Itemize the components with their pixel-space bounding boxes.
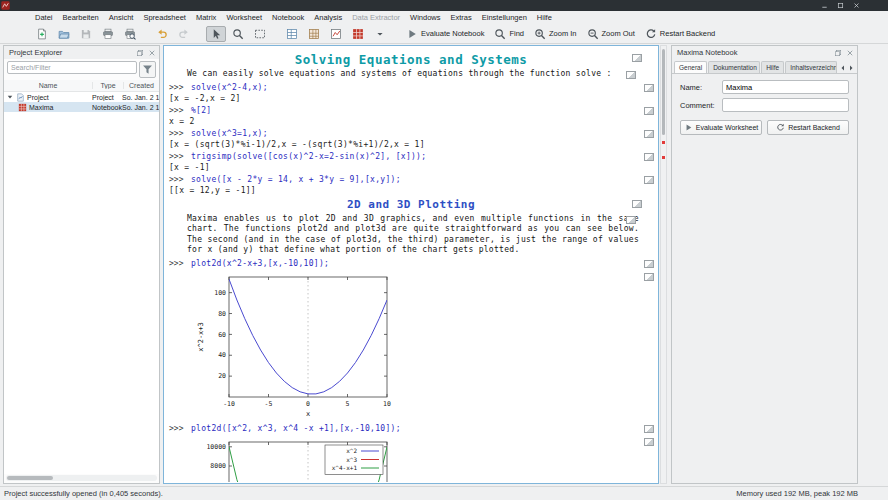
- tree-row-maxima[interactable]: MaximaNotebookSo. Jan. 2 18:: [4, 102, 159, 112]
- zoom-select-mode-button[interactable]: [228, 26, 248, 42]
- save-project-button[interactable]: [76, 26, 96, 42]
- undo-button[interactable]: [152, 26, 172, 42]
- scrollbar-handle[interactable]: [662, 49, 665, 135]
- redo-button[interactable]: [174, 26, 194, 42]
- notebook-worksheet[interactable]: Solving Equations and SystemsWe can easi…: [163, 45, 659, 484]
- menu-notebook[interactable]: Notebook: [267, 13, 309, 22]
- search-icon: [494, 28, 506, 40]
- cell-handle-icon[interactable]: [626, 216, 636, 224]
- window-close-button[interactable]: [853, 2, 860, 9]
- new-matrix-button[interactable]: [304, 26, 324, 42]
- tab-dokumentation[interactable]: Dokumentation: [708, 61, 760, 73]
- new-object-dropdown[interactable]: [370, 26, 390, 42]
- expander-down-icon[interactable]: [6, 93, 14, 101]
- search-input[interactable]: [7, 61, 137, 74]
- close-panel-icon[interactable]: [846, 49, 854, 57]
- cell-code[interactable]: solve([x - 2*y = 14, x + 3*y = 9],[x,y])…: [191, 174, 401, 185]
- tree-row-project[interactable]: ProjectProjectSo. Jan. 2 18:: [4, 92, 159, 102]
- cell-handle-icon[interactable]: [644, 153, 654, 161]
- cell-code[interactable]: solve(x^2-4,x);: [191, 82, 268, 93]
- cell-handle-icon[interactable]: [644, 130, 654, 138]
- project-tree-columns: NameTypeCreated: [4, 80, 159, 92]
- cell-code[interactable]: trigsimp(solve([cos(x)^2-x=2-sin(x)^2], …: [191, 151, 426, 162]
- cell-handle-icon[interactable]: [632, 200, 642, 208]
- cell-prompt: >>>: [169, 174, 191, 185]
- new-worksheet-button[interactable]: [326, 26, 346, 42]
- restart-icon: [776, 123, 785, 132]
- select-mode-button[interactable]: [250, 26, 270, 42]
- properties-buttons: Evaluate Worksheet Restart Backend: [680, 120, 849, 135]
- tree-cell-created: So. Jan. 2 18:: [122, 104, 159, 111]
- cell-handle-icon[interactable]: [626, 71, 636, 79]
- restart-backend-button[interactable]: Restart Backend: [641, 26, 719, 42]
- toolbar-group: [32, 26, 140, 42]
- window-minimize-button[interactable]: [821, 2, 828, 9]
- worksheet-cell-input[interactable]: >>>trigsimp(solve([cos(x)^2-x=2-sin(x)^2…: [169, 151, 657, 162]
- worksheet-cell-plot: -10-505100200040006000800010000xx^2x^3x^…: [195, 436, 657, 483]
- float-panel-icon[interactable]: [834, 49, 842, 57]
- worksheet-cell-input[interactable]: >>>%[2]: [169, 105, 657, 116]
- filter-button[interactable]: [139, 61, 156, 78]
- cell-handle-icon[interactable]: [644, 260, 654, 268]
- svg-text:20: 20: [218, 372, 226, 380]
- new-project-button[interactable]: [32, 26, 52, 42]
- worksheet-cell-input[interactable]: >>>solve(x^2-4,x);: [169, 82, 657, 93]
- tab-scroll-right-button[interactable]: [847, 63, 855, 73]
- menu-worksheet[interactable]: Worksheet: [221, 13, 267, 22]
- cell-code[interactable]: plot2d([x^2, x^3, x^4 -x +1],[x,-10,10])…: [191, 423, 401, 434]
- app-icon: [1, 1, 10, 10]
- tab-scroll-left-button[interactable]: [839, 63, 847, 73]
- menu-ansicht[interactable]: Ansicht: [104, 13, 139, 22]
- cell-handle-icon[interactable]: [644, 107, 654, 115]
- comment-field[interactable]: [722, 98, 849, 112]
- column-header-type[interactable]: Type: [93, 82, 124, 89]
- cell-prompt: >>>: [169, 258, 191, 269]
- evaluate-notebook-button[interactable]: Evaluate Notebook: [402, 26, 488, 42]
- zoom-out-button[interactable]: Zoom Out: [583, 26, 639, 42]
- find-button[interactable]: Find: [490, 26, 528, 42]
- cell-code[interactable]: solve(x^3=1,x);: [191, 128, 268, 139]
- print-preview-button[interactable]: [120, 26, 140, 42]
- float-panel-icon[interactable]: [136, 49, 144, 57]
- worksheet-scrollbar[interactable]: [660, 45, 667, 484]
- cell-handle-icon[interactable]: [644, 273, 654, 281]
- new-spreadsheet-button[interactable]: [282, 26, 302, 42]
- worksheet-cell-input[interactable]: >>>plot2d([x^2, x^3, x^4 -x +1],[x,-10,1…: [169, 423, 657, 434]
- cell-code[interactable]: plot2d(x^2-x+3,[x,-10,10]);: [191, 258, 329, 269]
- new-notebook-button[interactable]: [348, 26, 368, 42]
- print-button[interactable]: [98, 26, 118, 42]
- column-header-created[interactable]: Created: [124, 82, 159, 89]
- name-field[interactable]: [722, 80, 849, 94]
- menu-hilfe[interactable]: Hilfe: [532, 13, 557, 22]
- worksheet-cell-input[interactable]: >>>plot2d(x^2-x+3,[x,-10,10]);: [169, 258, 657, 269]
- navigate-mode-button[interactable]: [206, 26, 226, 42]
- cell-handle-icon[interactable]: [632, 54, 642, 62]
- menu-analysis[interactable]: Analysis: [309, 13, 347, 22]
- cell-handle-icon[interactable]: [644, 84, 654, 92]
- tab-inhaltsverzeichnis[interactable]: Inhaltsverzeichnis: [785, 61, 837, 73]
- menu-spreadsheet[interactable]: Spreadsheet: [138, 13, 191, 22]
- restart-backend-button[interactable]: Restart Backend: [767, 120, 849, 135]
- worksheet-cell-input[interactable]: >>>solve([x - 2*y = 14, x + 3*y = 9],[x,…: [169, 174, 657, 185]
- menu-datei[interactable]: Datei: [30, 13, 58, 22]
- close-panel-icon[interactable]: [148, 49, 156, 57]
- cell-handle-icon[interactable]: [644, 438, 654, 446]
- evaluate-worksheet-button[interactable]: Evaluate Worksheet: [680, 120, 762, 135]
- menu-extras[interactable]: Extras: [446, 13, 477, 22]
- horizontal-scrollbar[interactable]: [6, 475, 157, 481]
- worksheet-cell-input[interactable]: >>>solve(x^3=1,x);: [169, 128, 657, 139]
- menu-matrix[interactable]: Matrix: [191, 13, 221, 22]
- zoom-in-button[interactable]: Zoom In: [530, 26, 581, 42]
- menu-windows[interactable]: Windows: [405, 13, 445, 22]
- scrollbar-handle[interactable]: [7, 476, 53, 480]
- menu-bearbeiten[interactable]: Bearbeiten: [58, 13, 104, 22]
- cell-code[interactable]: %[2]: [191, 105, 211, 116]
- tab-general[interactable]: General: [674, 61, 707, 73]
- open-project-button[interactable]: [54, 26, 74, 42]
- menu-einstellungen[interactable]: Einstellungen: [477, 13, 532, 22]
- window-maximize-button[interactable]: [837, 2, 844, 9]
- cell-handle-icon[interactable]: [644, 425, 654, 433]
- tab-hilfe[interactable]: Hilfe: [761, 61, 784, 73]
- column-header-name[interactable]: Name: [4, 82, 93, 89]
- cell-handle-icon[interactable]: [644, 176, 654, 184]
